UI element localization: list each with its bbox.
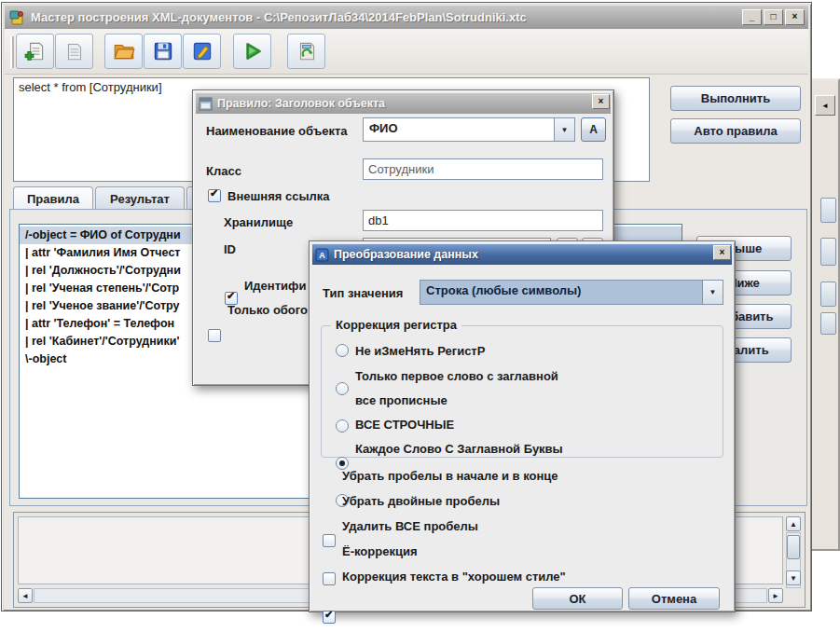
radio-first-word-capital[interactable] [336, 382, 349, 395]
cancel-button[interactable]: Отмена [628, 587, 720, 610]
trim-spaces-checkbox[interactable] [323, 534, 336, 547]
edit-query-button[interactable] [183, 34, 221, 69]
main-titlebar[interactable]: Мастер построения XML-документов - C:\Ре… [5, 6, 808, 29]
scroll-left-button[interactable]: ◄ [18, 588, 33, 603]
run-query-button[interactable] [233, 34, 271, 69]
transform-dialog: A Преобразование данных × Тип значения С… [309, 240, 736, 612]
vertical-scroll-thumb[interactable] [787, 535, 800, 559]
copy-document-icon [62, 39, 87, 63]
scroll-up-button[interactable]: ▲ [786, 516, 801, 531]
execute-button[interactable]: Выполнить [670, 86, 801, 111]
tab-rules-label: Правила [27, 192, 79, 206]
external-link-label: Внешняя ссылка [227, 189, 330, 203]
copy-document-button[interactable] [55, 34, 93, 69]
scrollbar-fragment[interactable] [820, 198, 836, 223]
close-button[interactable]: × [785, 9, 805, 25]
save-floppy-icon [151, 39, 175, 63]
check-icon: ✔ [324, 609, 333, 621]
radio-all-upper[interactable] [336, 419, 349, 433]
new-document-icon [23, 39, 48, 63]
execute-button-label: Выполнить [701, 91, 770, 105]
good-style-label: Коррекция текста в "хорошем стиле" [342, 570, 566, 584]
yo-correction-label: Ё-коррекция [342, 544, 418, 558]
toolbar-grip[interactable] [10, 36, 14, 68]
collapse-left-button[interactable]: ◄ [815, 95, 835, 116]
external-link-checkbox[interactable]: ✔ [208, 189, 221, 202]
radio-keep-case-label: Не иЗмеНять РегистР [355, 344, 485, 358]
edit-pencil-icon [190, 39, 214, 63]
query-text: select * from [Сотрудники] [19, 80, 162, 94]
identify-label: Идентифи [244, 279, 306, 293]
arrow-left-icon: ◄ [821, 102, 829, 110]
ok-button[interactable]: ОК [532, 587, 623, 610]
radio-all-lower[interactable] [336, 457, 349, 470]
arrow-right-icon: ► [772, 592, 779, 600]
only-enrich-label: Только обого [227, 303, 308, 317]
transform-dialog-close-button[interactable]: × [713, 245, 731, 260]
class-label: Класс [206, 164, 241, 178]
chevron-down-icon[interactable]: ▼ [554, 118, 574, 141]
maximize-button[interactable]: □ [764, 9, 783, 25]
radio-title-case-label: Каждое Слово С Заглавной Буквы [355, 442, 563, 456]
scrollbar-fragment[interactable] [820, 282, 836, 307]
arrow-down-icon: ▼ [790, 574, 797, 583]
svg-text:A: A [319, 251, 325, 260]
new-document-button[interactable] [16, 34, 54, 69]
radio-all-upper-label: все прописные [355, 393, 448, 407]
case-group-title: Коррекция регистра [331, 318, 461, 332]
radio-all-lower-label: ВСЕ СТРОЧНЫЕ [355, 418, 454, 432]
value-type-label: Тип значения [323, 286, 403, 300]
minimize-button[interactable]: _ [742, 9, 762, 25]
trim-spaces-label: Убрать пробелы в начале и в конце [342, 469, 558, 483]
tab-result[interactable]: Результат [95, 186, 185, 210]
storage-label: Хранилище [224, 215, 293, 229]
rule-dialog-close-button[interactable]: × [592, 94, 610, 109]
transform-dialog-titlebar[interactable]: A Преобразование данных [312, 244, 732, 265]
scroll-down-button[interactable]: ▼ [786, 570, 801, 585]
radio-first-word-capital-label: Только первое слово с заглавной [355, 369, 558, 383]
scrollbar-fragment[interactable] [820, 312, 836, 335]
tab-result-label: Результат [110, 192, 170, 206]
open-file-button[interactable] [104, 34, 143, 69]
save-file-button[interactable] [144, 34, 182, 69]
rule-dialog-title: Правило: Заголовок объекта [217, 97, 385, 110]
storage-field[interactable]: db1 [363, 210, 603, 231]
scrollbar-fragment[interactable] [820, 238, 836, 266]
export-xml-icon [295, 39, 319, 63]
chevron-down-icon[interactable]: ▼ [702, 281, 723, 304]
window-title: Мастер построения XML-документов - C:\Ре… [31, 10, 527, 24]
rule-dialog-icon [199, 97, 213, 111]
remove-all-spaces-label: Удалить ВСЕ пробелы [342, 519, 478, 533]
double-spaces-label: Убрать двойные пробелы [342, 494, 500, 508]
object-name-label: Наименование объекта [206, 124, 348, 138]
rule-dialog-titlebar[interactable]: Правило: Заголовок объекта [196, 93, 611, 114]
object-name-combobox[interactable]: ФИО ▼ [363, 117, 575, 142]
export-xml-button[interactable] [287, 34, 325, 69]
check-icon: ✔ [210, 187, 218, 199]
storage-field-value: db1 [368, 213, 389, 227]
value-type-value: Строка (любые символы) [420, 281, 702, 304]
id-label: ID [224, 242, 236, 256]
ok-button-label: ОК [569, 592, 585, 606]
class-field-value: Сотрудники [368, 162, 434, 176]
remove-all-spaces-checkbox[interactable]: ✔ [323, 611, 336, 624]
arrow-left-icon: ◄ [21, 592, 29, 600]
value-type-combobox[interactable]: Строка (любые символы) ▼ [420, 280, 723, 305]
transform-dialog-title: Преобразование данных [334, 248, 478, 261]
run-play-icon [241, 39, 265, 63]
transform-dialog-icon: A [315, 248, 329, 262]
auto-rules-button-label: Авто правила [694, 124, 777, 138]
open-transform-button[interactable]: A [581, 117, 606, 142]
arrow-up-icon: ▲ [790, 520, 797, 529]
class-field[interactable]: Сотрудники [363, 158, 603, 180]
check-icon: ✔ [227, 290, 235, 302]
tab-rules[interactable]: Правила [13, 186, 93, 210]
radio-keep-case[interactable] [336, 344, 349, 357]
transform-letter-icon: A [589, 123, 598, 136]
cancel-button-label: Отмена [652, 592, 696, 606]
toolbar [5, 29, 808, 75]
scroll-right-button[interactable]: ► [768, 588, 783, 603]
only-enrich-checkbox[interactable] [208, 329, 221, 342]
double-spaces-checkbox[interactable] [323, 572, 336, 585]
auto-rules-button[interactable]: Авто правила [670, 118, 801, 144]
